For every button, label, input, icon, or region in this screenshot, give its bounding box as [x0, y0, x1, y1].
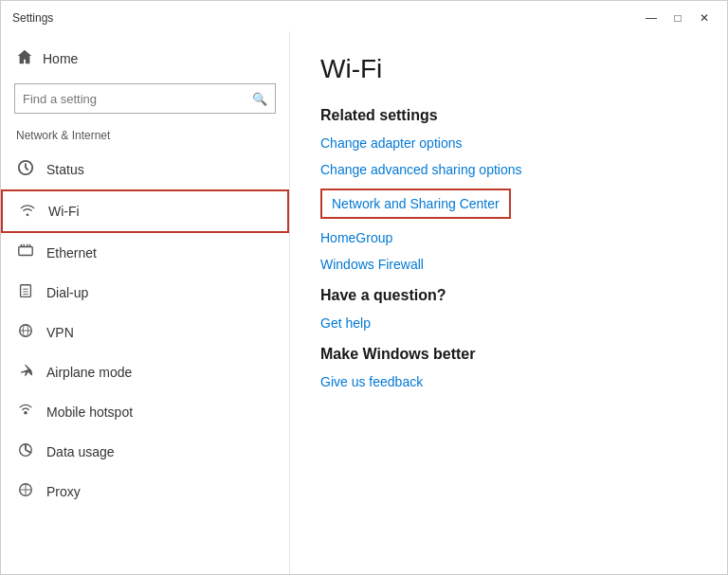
search-input[interactable]: [23, 92, 252, 106]
related-settings-heading: Related settings: [320, 107, 697, 124]
sidebar-item-label: Status: [46, 162, 84, 177]
proxy-icon: [16, 481, 35, 502]
question-heading: Have a question?: [320, 287, 697, 304]
sidebar-section-label: Network & Internet: [1, 125, 289, 150]
window-content: Home 🔍 Network & Internet Status: [1, 31, 727, 574]
sidebar-item-label: Data usage: [46, 444, 115, 459]
home-label: Home: [43, 51, 78, 66]
svg-rect-8: [21, 285, 31, 297]
svg-point-15: [24, 411, 27, 415]
window-title: Settings: [12, 11, 53, 25]
sidebar-item-label: Dial-up: [46, 285, 88, 300]
sidebar-item-dialup[interactable]: Dial-up: [1, 273, 289, 313]
sidebar: Home 🔍 Network & Internet Status: [1, 31, 290, 574]
sidebar-item-wifi[interactable]: Wi-Fi: [1, 189, 289, 233]
sidebar-item-proxy[interactable]: Proxy: [1, 472, 289, 512]
airplane-icon: [16, 362, 35, 383]
wifi-icon: [18, 201, 37, 222]
close-button[interactable]: ✕: [693, 9, 716, 27]
feedback-section: Make Windows better Give us feedback: [320, 346, 697, 389]
sidebar-item-label: Ethernet: [46, 245, 97, 261]
related-settings-section: Related settings Change adapter options …: [320, 107, 697, 272]
change-sharing-link[interactable]: Change advanced sharing options: [320, 162, 697, 177]
svg-rect-3: [19, 247, 32, 256]
feedback-heading: Make Windows better: [320, 346, 697, 363]
sidebar-item-home[interactable]: Home: [1, 39, 289, 78]
page-title: Wi-Fi: [320, 54, 697, 84]
ethernet-icon: [16, 243, 35, 263]
sidebar-item-status[interactable]: Status: [1, 150, 289, 189]
home-icon: [16, 48, 33, 68]
maximize-button[interactable]: □: [666, 9, 689, 27]
sidebar-item-label: Proxy: [46, 484, 81, 499]
firewall-link[interactable]: Windows Firewall: [320, 257, 697, 272]
sidebar-item-vpn[interactable]: VPN: [1, 313, 289, 352]
vpn-icon: [16, 322, 35, 343]
status-icon: [16, 159, 35, 180]
search-box[interactable]: 🔍: [14, 83, 276, 114]
homegroup-link[interactable]: HomeGroup: [320, 230, 697, 245]
sidebar-item-datausage[interactable]: Data usage: [1, 432, 289, 472]
minimize-button[interactable]: —: [640, 9, 663, 27]
main-content: Wi-Fi Related settings Change adapter op…: [290, 31, 727, 574]
dialup-icon: [16, 282, 35, 303]
question-section: Have a question? Get help: [320, 287, 697, 331]
hotspot-icon: [16, 402, 35, 422]
get-help-link[interactable]: Get help: [320, 315, 697, 331]
sidebar-item-hotspot[interactable]: Mobile hotspot: [1, 392, 289, 432]
sidebar-item-label: Airplane mode: [46, 365, 132, 380]
sidebar-item-ethernet[interactable]: Ethernet: [1, 233, 289, 273]
sidebar-item-label: VPN: [46, 325, 74, 340]
sidebar-item-label: Wi-Fi: [48, 204, 80, 219]
change-adapter-link[interactable]: Change adapter options: [320, 135, 697, 151]
sidebar-item-label: Mobile hotspot: [46, 404, 133, 420]
sidebar-item-airplane[interactable]: Airplane mode: [1, 352, 289, 392]
svg-line-2: [26, 168, 28, 171]
feedback-link[interactable]: Give us feedback: [320, 374, 697, 389]
datausage-icon: [16, 441, 35, 462]
search-icon: 🔍: [252, 92, 267, 106]
settings-window: Settings — □ ✕ Home 🔍: [0, 0, 728, 575]
network-sharing-link[interactable]: Network and Sharing Center: [320, 189, 511, 219]
window-controls: — □ ✕: [640, 9, 716, 27]
title-bar: Settings — □ ✕: [1, 1, 727, 31]
